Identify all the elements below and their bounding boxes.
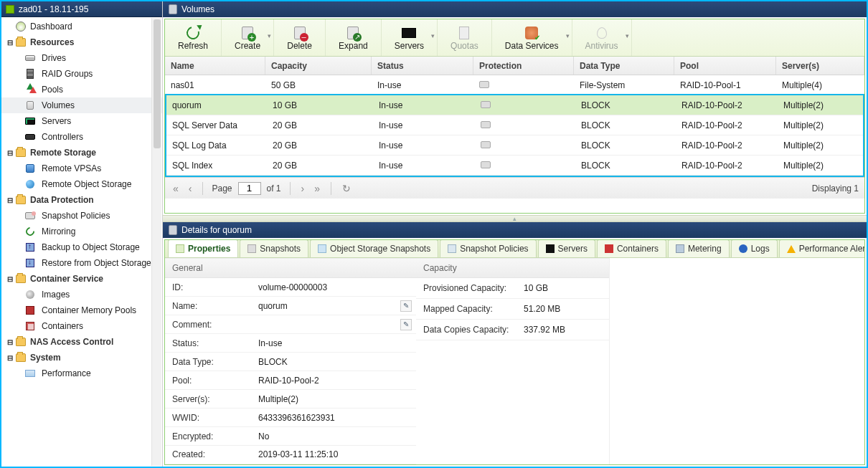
edit-name-button[interactable]: ✎ xyxy=(400,300,412,312)
nav-dashboard[interactable]: Dashboard xyxy=(1,19,162,34)
nav-item[interactable]: Servers xyxy=(1,113,162,129)
page-next-button[interactable]: › xyxy=(299,183,307,194)
col-name[interactable]: Name xyxy=(165,57,265,75)
tab-label: Performance Alerts xyxy=(799,244,864,254)
col-pool[interactable]: Pool xyxy=(674,57,776,75)
k: Data Copies Capacity: xyxy=(416,325,524,335)
nav-section-label: Data Protection xyxy=(30,195,94,205)
nav-item-label: Servers xyxy=(42,116,71,126)
servers-icon xyxy=(546,244,555,253)
v: In-use xyxy=(258,338,416,348)
tab-snapshots[interactable]: Snapshots xyxy=(240,240,308,257)
cell xyxy=(475,161,575,171)
expand-button[interactable]: Expand xyxy=(326,19,382,56)
col-datatype[interactable]: Data Type xyxy=(574,57,674,75)
tab-label: Properties xyxy=(188,244,230,254)
tab-logs[interactable]: Logs xyxy=(731,240,778,257)
table-row[interactable]: SQL Index20 GBIn-useBLOCKRAID-10-Pool-2M… xyxy=(166,156,863,176)
cell: Multiple(2) xyxy=(778,100,863,110)
scrollbar-thumb[interactable] xyxy=(154,19,161,148)
tab-properties[interactable]: Properties xyxy=(168,240,238,257)
protection-icon xyxy=(481,161,491,168)
nav-section[interactable]: ⊟Resources xyxy=(1,34,162,50)
cell: SQL Server Data xyxy=(166,120,267,130)
col-capacity[interactable]: Capacity xyxy=(265,57,372,75)
nav-item[interactable]: Volumes xyxy=(1,97,162,113)
logs-icon xyxy=(739,244,747,253)
page-prev-button[interactable]: ‹ xyxy=(187,183,194,194)
folder-icon xyxy=(16,353,26,362)
create-icon xyxy=(242,27,253,39)
nav-section[interactable]: ⊟Container Service xyxy=(1,271,162,287)
cell: BLOCK xyxy=(575,161,676,171)
capacity-header: Capacity xyxy=(416,258,609,278)
nav-item[interactable]: Restore from Object Storage xyxy=(1,255,162,271)
page-last-button[interactable]: » xyxy=(312,183,322,194)
nav-item[interactable]: Containers xyxy=(1,318,162,334)
col-protection[interactable]: Protection xyxy=(473,57,574,75)
nav-section[interactable]: ⊟System xyxy=(1,350,162,366)
folder-icon xyxy=(16,196,26,204)
table-row[interactable]: nas0150 GBIn-useFile-SystemRAID-10-Pool-… xyxy=(165,75,864,95)
nav-item[interactable]: Container Memory Pools xyxy=(1,302,162,318)
protection-icon xyxy=(481,121,491,128)
edit-comment-button[interactable]: ✎ xyxy=(400,319,412,330)
nav-item[interactable]: RAID Groups xyxy=(1,66,162,82)
highlight-box: quorum10 GBIn-useBLOCKRAID-10-Pool-2Mult… xyxy=(165,94,864,177)
tab-object-snapshots[interactable]: Object Storage Snapshots xyxy=(310,240,438,257)
nav-item[interactable]: Images xyxy=(1,287,162,302)
detail-row-created: Created:2019-03-11 11:25:10 xyxy=(165,446,416,464)
ico-srv-icon xyxy=(24,116,36,126)
nav-item[interactable]: Pools xyxy=(1,82,162,97)
col-status[interactable]: Status xyxy=(372,57,473,75)
tab-performance-alerts[interactable]: Performance Alerts xyxy=(779,240,864,257)
nav-item-label: Controllers xyxy=(42,132,83,142)
nav-item[interactable]: Backup to Object Storage xyxy=(1,239,162,255)
nav-item[interactable]: Controllers xyxy=(1,129,162,145)
sidebar-scrollbar[interactable] xyxy=(151,18,161,466)
tab-label: Snapshots xyxy=(260,244,301,254)
delete-button[interactable]: Delete xyxy=(274,19,326,56)
nav-section[interactable]: ⊟NAS Access Control xyxy=(1,334,162,350)
details-capacity-col: Capacity Provisioned Capacity:10 GB Mapp… xyxy=(416,258,610,464)
main: Volumes Refresh Create▾ Delete Expand Se… xyxy=(163,1,867,467)
chevron-down-icon: ▾ xyxy=(566,32,570,39)
nav-item[interactable]: Performance xyxy=(1,366,162,381)
data-services-button[interactable]: Data Services▾ xyxy=(492,19,572,56)
table-row[interactable]: quorum10 GBIn-useBLOCKRAID-10-Pool-2Mult… xyxy=(166,95,863,115)
splitter[interactable]: ▴ xyxy=(163,215,867,222)
nav-section[interactable]: ⊟Remote Storage xyxy=(1,145,162,161)
tab-label: Containers xyxy=(617,244,659,254)
nav-item[interactable]: Snapshot Policies xyxy=(1,208,162,224)
details-general-col: General ID:volume-00000003 Name:quorum✎ … xyxy=(165,258,416,464)
chevron-down-icon: ▾ xyxy=(626,32,629,39)
create-button[interactable]: Create▾ xyxy=(222,19,274,56)
nav-item[interactable]: Remote Object Storage xyxy=(1,176,162,192)
ico-rst-icon xyxy=(24,258,36,268)
detail-row-encrypted: Encrypted:No xyxy=(165,427,416,446)
nav-item[interactable]: Mirroring xyxy=(1,224,162,239)
nav-item[interactable]: Drives xyxy=(1,50,162,66)
servers-button[interactable]: Servers▾ xyxy=(382,19,438,56)
tab-metering[interactable]: Metering xyxy=(668,240,730,257)
refresh-button[interactable]: Refresh xyxy=(165,19,222,56)
tab-snapshot-policies[interactable]: Snapshot Policies xyxy=(440,240,536,257)
containers-icon xyxy=(605,244,613,253)
tab-servers[interactable]: Servers xyxy=(538,240,595,257)
nav-section[interactable]: ⊟Data Protection xyxy=(1,192,162,208)
page-input[interactable] xyxy=(238,182,261,195)
tab-containers[interactable]: Containers xyxy=(597,240,666,257)
detail-row-wwid: WWID:6433396361623931 xyxy=(165,409,416,427)
page-first-button[interactable]: « xyxy=(171,183,181,194)
table-row[interactable]: SQL Server Data20 GBIn-useBLOCKRAID-10-P… xyxy=(166,115,863,135)
app-root: zad01 - 18.11-195 Dashboard ⊟ResourcesDr… xyxy=(0,0,868,468)
col-servers[interactable]: Server(s) xyxy=(776,57,864,75)
nav-item[interactable]: Remote VPSAs xyxy=(1,161,162,176)
protection-icon xyxy=(479,81,489,88)
nav-item-label: Backup to Object Storage xyxy=(42,242,140,252)
k: Created: xyxy=(165,449,258,459)
page-refresh-button[interactable]: ↻ xyxy=(340,183,353,194)
details-panel-header: Details for quorum xyxy=(163,222,867,238)
table-row[interactable]: SQL Log Data20 GBIn-useBLOCKRAID-10-Pool… xyxy=(166,135,863,156)
page-of-label: of 1 xyxy=(267,183,281,194)
